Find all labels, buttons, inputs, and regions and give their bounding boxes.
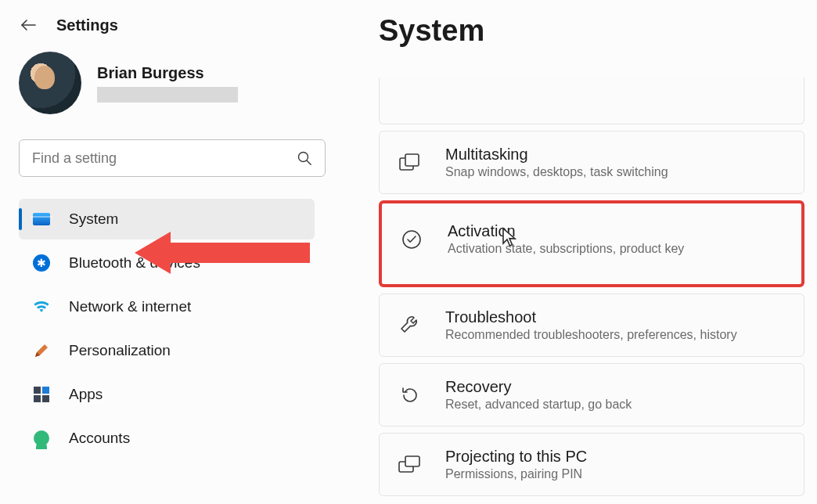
- nav-item-accounts[interactable]: Accounts: [19, 418, 315, 459]
- card-recovery[interactable]: Recovery Reset, advanced startup, go bac…: [379, 363, 804, 427]
- wifi-icon: [31, 297, 52, 317]
- page-title: System: [379, 14, 809, 48]
- arrow-left-icon: [20, 18, 37, 32]
- accounts-icon: [31, 428, 52, 448]
- card-subtitle: Permissions, pairing PIN: [445, 467, 587, 481]
- card-subtitle: Recommended troubleshooters, preferences…: [445, 328, 737, 342]
- sidebar: Settings Brian Burgess System ✱: [0, 0, 338, 504]
- svg-point-0: [299, 153, 308, 162]
- recovery-icon: [397, 383, 422, 408]
- main-panel: System Multitasking Snap windows, deskto…: [338, 0, 817, 504]
- nav-item-personalization[interactable]: Personalization: [19, 330, 315, 371]
- card-subtitle: Reset, advanced startup, go back: [445, 398, 632, 412]
- search-icon: [297, 150, 312, 166]
- nav-item-system[interactable]: System: [19, 199, 315, 239]
- nav-item-apps[interactable]: Apps: [19, 374, 315, 415]
- nav-label: Network & internet: [69, 298, 191, 315]
- card-troubleshoot[interactable]: Troubleshoot Recommended troubleshooters…: [379, 293, 804, 357]
- nav-label: Accounts: [69, 430, 130, 447]
- nav-label: Personalization: [69, 342, 171, 359]
- card-projecting[interactable]: Projecting to this PC Permissions, pairi…: [379, 433, 804, 496]
- card-title: Projecting to this PC: [445, 448, 587, 466]
- troubleshoot-icon: [397, 313, 422, 338]
- bluetooth-icon: ✱: [31, 253, 52, 273]
- card-title: Recovery: [445, 378, 632, 396]
- nav-label: Bluetooth & devices: [69, 254, 200, 272]
- multitasking-icon: [397, 150, 422, 175]
- svg-point-3: [403, 231, 420, 248]
- avatar: [19, 52, 81, 114]
- card-activation[interactable]: Activation Activation state, subscriptio…: [379, 200, 804, 287]
- account-email-redacted: [97, 87, 238, 103]
- card-subtitle: Activation state, subscriptions, product…: [448, 242, 684, 256]
- nav: System ✱ Bluetooth & devices Network & i…: [19, 199, 338, 459]
- nav-label: System: [69, 211, 118, 228]
- back-button[interactable]: [19, 16, 38, 34]
- card-title: Troubleshoot: [445, 308, 737, 326]
- nav-item-network[interactable]: Network & internet: [19, 286, 315, 327]
- nav-item-bluetooth[interactable]: ✱ Bluetooth & devices: [19, 243, 315, 283]
- search-input[interactable]: [32, 150, 297, 167]
- account-name: Brian Burgess: [97, 64, 238, 82]
- card-subtitle: Snap windows, desktops, task switching: [445, 165, 668, 179]
- system-icon: [31, 209, 52, 229]
- card-title: Activation: [448, 222, 684, 240]
- nav-label: Apps: [69, 386, 103, 403]
- app-title: Settings: [56, 16, 118, 34]
- svg-rect-5: [405, 456, 419, 466]
- account-block[interactable]: Brian Burgess: [19, 52, 338, 114]
- activation-icon: [399, 227, 424, 252]
- projecting-icon: [397, 452, 422, 477]
- search-box[interactable]: [19, 139, 326, 177]
- card-top-clipped[interactable]: [379, 77, 804, 124]
- card-multitasking[interactable]: Multitasking Snap windows, desktops, tas…: [379, 131, 804, 194]
- apps-icon: [31, 384, 52, 405]
- personalization-icon: [31, 340, 52, 361]
- svg-rect-2: [405, 154, 419, 166]
- card-title: Multitasking: [445, 146, 668, 164]
